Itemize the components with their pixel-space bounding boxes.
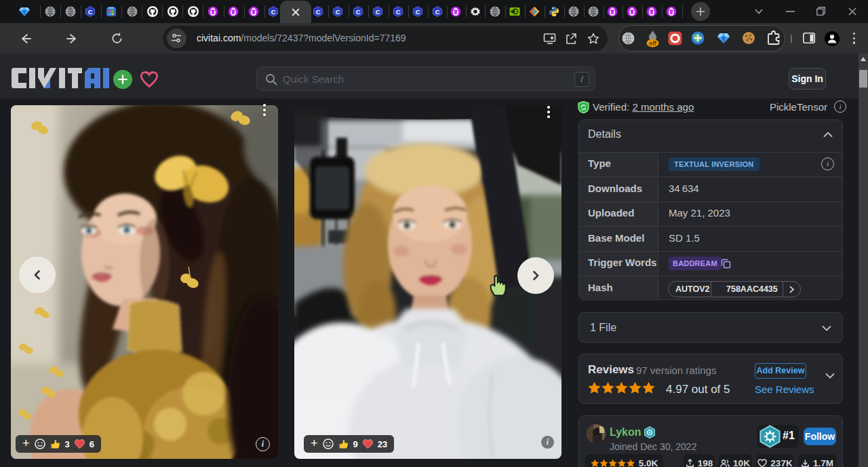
svg-text:C: C (316, 9, 321, 16)
svg-text:C: C (88, 9, 93, 16)
svg-text:C: C (435, 9, 440, 16)
svg-text:C: C (271, 9, 276, 16)
svg-text:C: C (396, 9, 401, 16)
svg-text:off: off (649, 40, 656, 47)
svg-text:C: C (416, 9, 420, 16)
svg-text:C: C (336, 9, 340, 16)
svg-text:C: C (376, 9, 380, 16)
svg-text:C: C (356, 9, 361, 16)
